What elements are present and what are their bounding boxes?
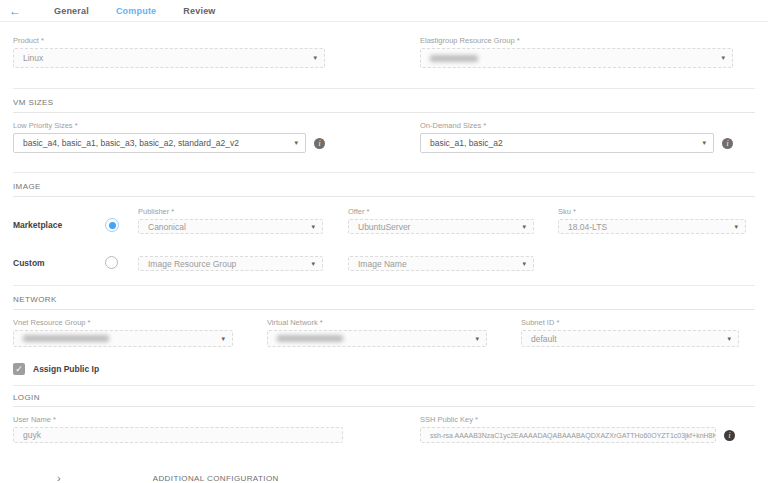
- on-demand-sizes-select[interactable]: basic_a1, basic_a2 ▾: [420, 133, 714, 153]
- product-value: Linux: [23, 53, 43, 63]
- elastigroup-resource-group-label: Elastigroup Resource Group *: [420, 36, 733, 45]
- tab-compute[interactable]: Compute: [116, 6, 156, 16]
- login-title: LOGIN: [13, 393, 755, 407]
- image-resource-group-placeholder: Image Resource Group: [148, 259, 236, 269]
- assign-public-ip-row: ✓ Assign Public Ip: [13, 363, 755, 375]
- elastigroup-resource-group-select[interactable]: ▾: [420, 48, 733, 68]
- network-title: NETWORK: [13, 295, 755, 310]
- caret-down-icon: ▾: [475, 335, 479, 343]
- publisher-field: Publisher * Canonical ▾: [138, 207, 323, 234]
- image-section: IMAGE Marketplace Publisher * Canonical …: [13, 172, 755, 271]
- caret-down-icon: ▾: [522, 223, 526, 231]
- vnet-resource-group-label: Vnet Resource Group *: [13, 318, 233, 327]
- login-header: LOGIN: [13, 385, 755, 407]
- caret-down-icon: ▾: [311, 260, 315, 268]
- caret-down-icon: ▾: [734, 223, 738, 231]
- login-section: LOGIN User Name * guyk SSH Public Key * …: [13, 385, 755, 443]
- subnet-id-label: Subnet ID *: [521, 318, 739, 327]
- image-title: IMAGE: [13, 182, 755, 197]
- low-priority-sizes-label: Low Priority Sizes *: [13, 121, 325, 130]
- image-resource-group-select[interactable]: Image Resource Group ▾: [138, 256, 323, 271]
- image-name-field: Image Name ▾: [348, 256, 534, 271]
- publisher-value: Canonical: [148, 222, 186, 232]
- offer-select[interactable]: UbuntuServer ▾: [348, 219, 534, 234]
- marketplace-radio[interactable]: [105, 218, 119, 232]
- chevron-right-icon: ›: [57, 473, 61, 483]
- low-priority-sizes-value: basic_a4, basic_a1, basic_a3, basic_a2, …: [23, 138, 239, 148]
- user-name-input[interactable]: guyk: [13, 427, 343, 443]
- assign-public-ip-checkbox[interactable]: ✓: [13, 363, 25, 375]
- info-icon[interactable]: i: [314, 138, 325, 149]
- on-demand-sizes-field: On-Demand Sizes * basic_a1, basic_a2 ▾ i: [420, 121, 733, 153]
- additional-configuration-toggle[interactable]: › ADDITIONAL CONFIGURATION: [13, 470, 755, 483]
- image-header: IMAGE: [13, 172, 755, 197]
- product-label: Product *: [13, 36, 325, 45]
- ssh-public-key-label: SSH Public Key *: [420, 415, 735, 424]
- caret-down-icon: ▾: [727, 335, 731, 343]
- subnet-id-value: default: [531, 334, 557, 344]
- product-select[interactable]: Linux ▾: [13, 48, 325, 68]
- marketplace-label: Marketplace: [13, 220, 105, 234]
- wizard-tab-bar: ← General Compute Review: [0, 0, 768, 22]
- vm-sizes-title: VM SIZES: [13, 98, 755, 113]
- elastigroup-resource-group-field: Elastigroup Resource Group * ▾: [420, 36, 733, 68]
- vm-sizes-header: VM SIZES: [13, 88, 755, 113]
- publisher-label: Publisher *: [138, 207, 323, 216]
- redacted-value: [277, 335, 343, 342]
- image-name-placeholder: Image Name: [358, 259, 407, 269]
- subnet-id-field: Subnet ID * default ▾: [521, 318, 739, 347]
- custom-radio-cell: [105, 256, 138, 271]
- virtual-network-select[interactable]: ▾: [267, 330, 487, 347]
- image-resource-group-field: Image Resource Group ▾: [138, 256, 323, 271]
- vnet-resource-group-field: Vnet Resource Group * ▾: [13, 318, 233, 347]
- ssh-public-key-field: SSH Public Key * ssh-rsa AAAAB3NzaC1yc2E…: [420, 415, 735, 443]
- user-name-label: User Name *: [13, 415, 343, 424]
- caret-down-icon: ▾: [522, 260, 526, 268]
- vnet-resource-group-select[interactable]: ▾: [13, 330, 233, 347]
- offer-field: Offer * UbuntuServer ▾: [348, 207, 534, 234]
- caret-down-icon: ▾: [311, 223, 315, 231]
- ssh-public-key-input[interactable]: ssh-rsa AAAAB3NzaC1yc2EAAAADAQABAAABAQDX…: [420, 427, 716, 443]
- general-row: Product * Linux ▾ Elastigroup Resource G…: [13, 36, 755, 68]
- caret-down-icon: ▾: [313, 54, 317, 62]
- tab-review[interactable]: Review: [183, 6, 215, 16]
- image-name-select[interactable]: Image Name ▾: [348, 256, 534, 271]
- info-icon[interactable]: i: [724, 430, 735, 441]
- on-demand-sizes-label: On-Demand Sizes *: [420, 121, 733, 130]
- vm-sizes-section: VM SIZES Low Priority Sizes * basic_a4, …: [13, 88, 755, 153]
- network-row: Vnet Resource Group * ▾ Virtual Network …: [13, 318, 755, 347]
- sku-label: Sku *: [558, 207, 746, 216]
- virtual-network-field: Virtual Network * ▾: [267, 318, 487, 347]
- low-priority-sizes-select[interactable]: basic_a4, basic_a1, basic_a3, basic_a2, …: [13, 133, 306, 153]
- user-name-value: guyk: [23, 430, 41, 440]
- network-section: NETWORK Vnet Resource Group * ▾ Virtual …: [13, 285, 755, 375]
- marketplace-radio-cell: [105, 218, 138, 234]
- subnet-id-select[interactable]: default ▾: [521, 330, 739, 347]
- additional-configuration-label: ADDITIONAL CONFIGURATION: [153, 474, 279, 483]
- custom-row: Custom Image Resource Group ▾ Image Name…: [13, 256, 755, 271]
- caret-down-icon: ▾: [294, 139, 298, 147]
- product-field: Product * Linux ▾: [13, 36, 325, 68]
- tab-general[interactable]: General: [54, 6, 89, 16]
- virtual-network-label: Virtual Network *: [267, 318, 487, 327]
- redacted-value: [23, 335, 109, 342]
- user-name-field: User Name * guyk: [13, 415, 343, 443]
- sku-select[interactable]: 18.04-LTS ▾: [558, 219, 746, 234]
- marketplace-row: Marketplace Publisher * Canonical ▾ Offe…: [13, 207, 755, 234]
- offer-value: UbuntuServer: [358, 222, 410, 232]
- back-arrow-icon[interactable]: ←: [9, 5, 27, 17]
- vm-sizes-row: Low Priority Sizes * basic_a4, basic_a1,…: [13, 121, 755, 153]
- redacted-value: [430, 55, 478, 62]
- offer-label: Offer *: [348, 207, 534, 216]
- on-demand-sizes-value: basic_a1, basic_a2: [430, 138, 503, 148]
- assign-public-ip-label: Assign Public Ip: [33, 364, 99, 374]
- sku-field: Sku * 18.04-LTS ▾: [558, 207, 746, 234]
- login-row: User Name * guyk SSH Public Key * ssh-rs…: [13, 415, 755, 443]
- custom-radio[interactable]: [105, 256, 118, 269]
- compute-form: Product * Linux ▾ Elastigroup Resource G…: [0, 36, 768, 483]
- caret-down-icon: ▾: [702, 139, 706, 147]
- info-icon[interactable]: i: [722, 138, 733, 149]
- publisher-select[interactable]: Canonical ▾: [138, 219, 323, 234]
- low-priority-sizes-field: Low Priority Sizes * basic_a4, basic_a1,…: [13, 121, 325, 153]
- custom-label: Custom: [13, 258, 105, 271]
